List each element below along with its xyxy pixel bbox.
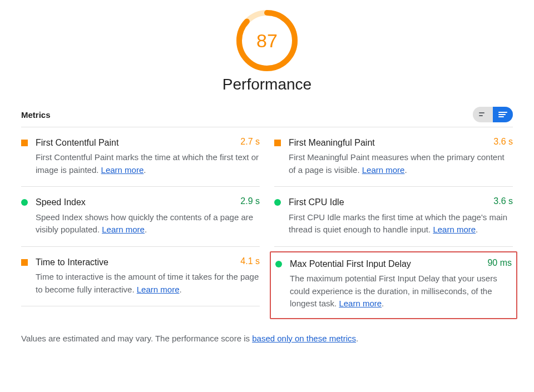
metric-name: Speed Index xyxy=(36,196,86,209)
page-title: Performance xyxy=(21,76,513,93)
view-toggle[interactable] xyxy=(473,107,513,122)
metric-value: 4.1 s xyxy=(240,256,260,266)
view-detailed-icon[interactable] xyxy=(493,107,513,122)
metric-name: Max Potential First Input Delay xyxy=(290,258,411,270)
learn-more-link[interactable]: Learn more xyxy=(433,225,476,234)
highlighted-metric: Max Potential First Input Delay90 msThe … xyxy=(270,251,517,319)
metric-name: First CPU Idle xyxy=(289,196,344,209)
metric-value: 90 ms xyxy=(487,258,512,268)
score-gauge: 87 Performance xyxy=(21,0,513,93)
square-bullet-icon xyxy=(274,140,281,146)
view-compact-icon[interactable] xyxy=(473,107,493,122)
metric-name: First Meaningful Paint xyxy=(289,137,375,149)
metric-card: First Meaningful Paint3.6 sFirst Meaning… xyxy=(274,127,513,187)
metric-card: First Contentful Paint2.7 sFirst Content… xyxy=(21,127,260,187)
metric-value: 2.7 s xyxy=(240,137,260,147)
metric-description: First Contentful Paint marks the time at… xyxy=(36,151,260,176)
metric-description: Speed Index shows how quickly the conten… xyxy=(36,211,260,236)
metric-card: Speed Index2.9 sSpeed Index shows how qu… xyxy=(21,187,260,246)
metric-name: Time to Interactive xyxy=(36,256,108,269)
metric-card: First CPU Idle3.6 sFirst CPU Idle marks … xyxy=(274,187,513,246)
circle-bullet-icon xyxy=(21,199,28,206)
metric-description: First CPU Idle marks the first time at w… xyxy=(289,211,513,236)
score-value: 87 xyxy=(235,9,299,72)
metric-value: 3.6 s xyxy=(493,196,513,206)
metric-card: Max Potential First Input Delay90 msThe … xyxy=(275,258,512,310)
square-bullet-icon xyxy=(21,259,28,266)
metric-description: The maximum potential First Input Delay … xyxy=(290,272,512,310)
learn-more-link[interactable]: Learn more xyxy=(339,299,382,308)
square-bullet-icon xyxy=(21,140,28,146)
metric-description: Time to interactive is the amount of tim… xyxy=(36,271,260,296)
circle-bullet-icon xyxy=(275,261,282,267)
metric-value: 3.6 s xyxy=(493,137,513,147)
metric-card: Time to Interactive4.1 sTime to interact… xyxy=(21,247,260,306)
learn-more-link[interactable]: Learn more xyxy=(102,225,145,234)
learn-more-link[interactable]: Learn more xyxy=(137,285,180,294)
footnote-link[interactable]: based only on these metrics xyxy=(252,334,356,343)
learn-more-link[interactable]: Learn more xyxy=(362,165,405,175)
circle-bullet-icon xyxy=(274,199,281,206)
learn-more-link[interactable]: Learn more xyxy=(101,165,144,175)
metrics-heading: Metrics xyxy=(21,110,51,120)
metric-value: 2.9 s xyxy=(240,196,260,206)
metric-name: First Contentful Paint xyxy=(36,137,118,149)
footnote: Values are estimated and may vary. The p… xyxy=(21,334,513,343)
metric-description: First Meaningful Paint measures when the… xyxy=(289,151,513,176)
